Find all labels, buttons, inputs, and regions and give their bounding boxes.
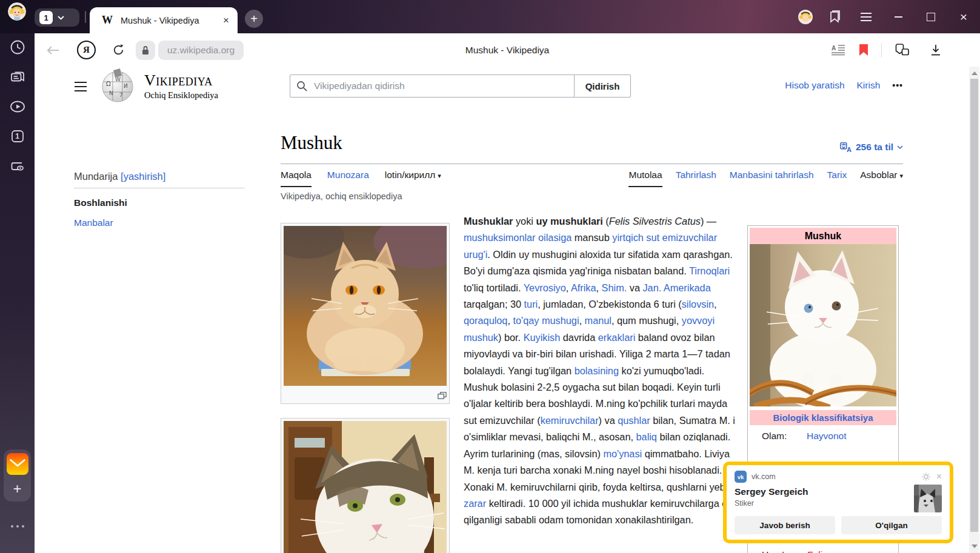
taxobox-title: Mushuk [750, 228, 896, 244]
wiki-link[interactable]: erkaklari [598, 332, 636, 343]
profile-avatar[interactable] [8, 2, 26, 21]
notification-settings-icon[interactable] [922, 472, 930, 481]
screenshot-icon[interactable] [10, 158, 25, 174]
wordmark-subtitle: Ochiq Ensiklopediya [144, 90, 218, 101]
sidebar-more-icon[interactable] [0, 525, 35, 528]
enlarge-icon[interactable] [438, 392, 447, 399]
wiki-link[interactable]: Afrika [571, 282, 596, 293]
scroll-up-arrow[interactable] [972, 71, 978, 75]
video-icon[interactable] [10, 99, 25, 114]
notification-close-icon[interactable]: × [936, 472, 942, 482]
add-app-icon[interactable]: + [13, 482, 21, 496]
bookmarks-panel-icon[interactable] [819, 0, 850, 33]
browser-tab-active[interactable]: W Mushuk - Vikipediya × [90, 7, 238, 33]
tab-close-icon[interactable]: × [223, 15, 229, 25]
page-scrollbar[interactable] [969, 67, 979, 553]
notification-message: Stiker [735, 499, 942, 508]
wiki-search-box[interactable] [290, 75, 575, 98]
tab-group-chip[interactable]: 1 [35, 8, 79, 27]
article-tab-lotin-кирилл[interactable]: lotin/кирилл▾ [385, 170, 441, 186]
login-link[interactable]: Kirish [857, 80, 881, 91]
article-tab-maqola[interactable]: Maqola [281, 170, 312, 187]
toc-hide-link[interactable]: [yashirish] [121, 171, 165, 182]
wiki-link[interactable]: to'qay mushugi [513, 315, 579, 326]
paragraph-text: ) va [599, 415, 618, 426]
mark-read-button[interactable]: O'qilgan [841, 516, 942, 534]
user-menu-icon[interactable]: ••• [892, 81, 903, 90]
account-avatar-small[interactable] [792, 0, 819, 33]
search-button[interactable]: Qidirish [574, 75, 631, 98]
svg-text:A: A [832, 45, 836, 51]
site-security-badge[interactable] [136, 33, 155, 67]
wiki-link[interactable]: mo'ynasi [603, 448, 642, 459]
wikipedia-logo[interactable]: ΩWИN7 [102, 68, 133, 105]
maximize-button[interactable] [915, 0, 947, 33]
bookmark-icon[interactable] [859, 33, 868, 67]
wiki-link[interactable]: manul [585, 315, 612, 326]
wiki-link[interactable]: qoraquloq [464, 315, 507, 326]
chevron-down-icon [58, 16, 64, 20]
wiki-link[interactable]: silovsin [682, 299, 714, 310]
wiki-link[interactable]: mushuksimonlar oilasiga [464, 232, 572, 243]
article-tab-manbasini-tahrirlash[interactable]: Manbasini tahrirlash [730, 170, 814, 186]
page-content: ΩWИN7 Vikipediya Ochiq Ensiklopediya Qid… [35, 67, 980, 553]
wiki-link[interactable]: Shim. [602, 282, 627, 293]
create-account-link[interactable]: Hisob yaratish [785, 80, 844, 91]
wiki-link[interactable]: qushlar [618, 415, 650, 426]
taxobox-row-value[interactable]: Felis [807, 549, 827, 553]
toc-item-manbalar[interactable]: Manbalar [74, 217, 245, 228]
svg-text:И: И [124, 83, 128, 89]
taxobox-row-value[interactable]: Hayvonot [807, 431, 846, 442]
article-image-tabby-cat[interactable] [281, 418, 450, 553]
reply-button[interactable]: Javob berish [735, 516, 835, 534]
search-icon [296, 81, 307, 91]
wiki-link[interactable]: Tirnoqlari [689, 265, 730, 276]
toc-item-boshlanishi[interactable]: Boshlanishi [74, 197, 245, 208]
vk-notification-popup[interactable]: vk vk.com × Sergey Sergeich Stiker Javob… [723, 462, 953, 543]
wiki-link[interactable]: kemiruvchilar [541, 415, 599, 426]
notification-sticker-thumbnail[interactable] [914, 485, 942, 512]
yandex-search-button[interactable]: Я [77, 33, 96, 67]
taxobox-image-kitten[interactable] [750, 244, 896, 406]
article-tab-munozara[interactable]: Munozara [327, 170, 369, 186]
feed-icon[interactable] [10, 69, 25, 85]
article-tab-tarix[interactable]: Tarix [827, 170, 847, 186]
close-button[interactable]: × [947, 0, 980, 33]
wiki-link[interactable]: Jan. Amerikada [642, 282, 710, 293]
language-count: 256 ta til [856, 142, 893, 153]
scroll-down-arrow[interactable] [972, 545, 978, 548]
browser-menu-icon[interactable] [850, 0, 882, 33]
tabs-panel-icon[interactable]: 1 [10, 128, 25, 144]
taxobox-section-header: Biologik klassifikatsiya [750, 410, 896, 425]
mail-app-icon[interactable] [7, 453, 28, 477]
wiki-link[interactable]: Yevrosiyo [524, 282, 566, 293]
wiki-link[interactable]: baliq [636, 431, 657, 442]
wiki-link[interactable]: Kuyikish [524, 332, 561, 343]
back-button[interactable] [45, 33, 60, 67]
article-tab-asboblar[interactable]: Asboblar▾ [860, 170, 903, 186]
paragraph-text: keltiradi. 10 000 yil ichida mushuklar k… [464, 498, 732, 525]
language-selector[interactable]: A 256 ta til [840, 142, 903, 153]
new-tab-button[interactable]: + [245, 10, 263, 28]
collections-icon[interactable] [894, 33, 910, 67]
paragraph-text: yoki [513, 216, 536, 227]
svg-text:7: 7 [119, 92, 123, 98]
address-bar[interactable]: uz.wikipedia.org [158, 33, 244, 67]
svg-text:W: W [115, 76, 121, 82]
scrollbar-thumb[interactable] [970, 79, 978, 532]
tab-group-count: 1 [39, 11, 53, 24]
wiki-link[interactable]: turi [524, 299, 538, 310]
search-input[interactable] [313, 80, 568, 92]
reload-button[interactable] [112, 33, 125, 67]
article-tab-mutolaa[interactable]: Mutolaa [628, 170, 662, 187]
article-tab-tahrirlash[interactable]: Tahrirlash [676, 170, 716, 186]
wiki-menu-icon[interactable] [75, 82, 87, 91]
wikipedia-wordmark[interactable]: Vikipediya Ochiq Ensiklopediya [144, 72, 218, 101]
article-image-cat-on-book[interactable] [281, 223, 450, 404]
downloads-icon[interactable] [930, 33, 942, 67]
minimize-button[interactable] [882, 0, 915, 33]
history-icon[interactable] [10, 39, 25, 55]
wiki-link[interactable]: bolasining [575, 365, 619, 376]
wiki-link[interactable]: zarar [464, 498, 486, 509]
reader-mode-icon[interactable]: A [832, 33, 845, 67]
